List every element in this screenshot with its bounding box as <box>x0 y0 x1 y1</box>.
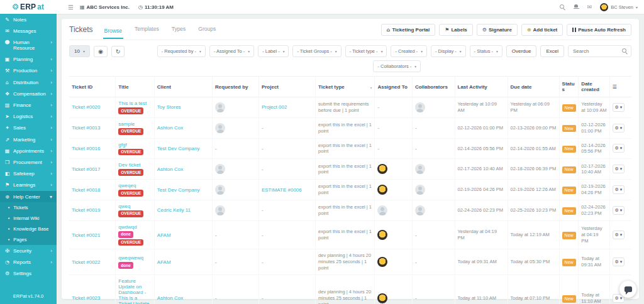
search-input[interactable] <box>572 46 622 57</box>
sidebar-item-marketing[interactable]: ⇗Marketing› <box>0 134 57 145</box>
sidebar-item-planning[interactable]: ▣Planning› <box>0 54 57 65</box>
hamburger-icon[interactable]: ☰ <box>68 4 74 11</box>
filter-status[interactable]: - Status -▾ <box>470 45 502 57</box>
sidebar-item-production[interactable]: ⚒Production› <box>0 65 57 77</box>
sidebar-item-logistics[interactable]: ➤Logistics› <box>0 111 57 122</box>
tab-templates[interactable]: Templates <box>133 23 160 36</box>
tab-browse[interactable]: Browse <box>103 25 123 39</box>
client-link[interactable]: AFAM <box>157 259 171 265</box>
sidebar-item-procurement[interactable]: ❒Procurement› <box>0 156 57 168</box>
row-actions-button[interactable]: ⚙ ▾ <box>613 144 625 153</box>
row-actions-button[interactable]: ⚙ ▾ <box>613 206 625 215</box>
ticket-id-link[interactable]: Ticket #0020 <box>72 104 101 110</box>
signature-button[interactable]: ⚙Signature <box>477 24 518 36</box>
sidebar-item-human-resource[interactable]: ☻Human Resource› <box>0 36 57 53</box>
col-assigned-to[interactable]: Assigned To <box>375 77 412 97</box>
row-actions-button[interactable]: ⚙ ▾ <box>613 185 625 194</box>
sidebar-item-help-center[interactable]: ⊕Help Center▾ <box>0 191 57 202</box>
user-menu[interactable]: BC Steven ▾ <box>600 3 638 11</box>
filter-ticket-type[interactable]: - Ticket type -▾ <box>345 45 387 57</box>
col-last-activity[interactable]: Last Activity <box>455 77 508 97</box>
row-actions-button[interactable]: ⚙ ▾ <box>613 165 625 173</box>
client-link[interactable]: Ashton Cox <box>157 295 183 301</box>
chat-fab-button[interactable] <box>619 281 636 298</box>
ticket-title-link[interactable]: qwdwqd <box>118 224 136 230</box>
sidebar-item-appointments[interactable]: ▦Appointments› <box>0 145 57 156</box>
add-ticket-button[interactable]: ⊕Add ticket <box>521 24 563 36</box>
sidebar-item-distribution[interactable]: ⌂Distribution› <box>0 77 57 88</box>
filter-ticket-groups[interactable]: - Ticket Groups -▾ <box>292 45 341 57</box>
ticket-id-link[interactable]: Ticket #0023 <box>72 295 101 301</box>
notifications-bell-icon[interactable] <box>574 4 579 10</box>
pause-auto-refresh-button[interactable]: Pause Auto Refresh <box>567 24 631 36</box>
client-link[interactable]: Cedric Kelly 11 <box>157 207 191 213</box>
client-link[interactable]: Ashton Cox <box>157 125 183 131</box>
col-project[interactable]: Project <box>258 77 315 97</box>
col-requested-by[interactable]: Requested by <box>213 77 259 97</box>
app-logo[interactable]: ❂ ERPat <box>0 3 57 11</box>
filter-requested-by[interactable]: - Requested by -▾ <box>157 45 206 57</box>
ticket-title-link[interactable]: This is a test <box>118 100 147 106</box>
client-link[interactable]: AFAM <box>157 232 171 238</box>
ticket-id-link[interactable]: Ticket #0016 <box>72 146 101 151</box>
ticket-id-link[interactable]: Ticket #0019 <box>72 207 101 213</box>
project-link[interactable]: ESTIMATE #0006 <box>262 187 302 193</box>
col-date-created[interactable]: Date created <box>579 77 609 97</box>
tab-types[interactable]: Types <box>170 23 187 36</box>
sidebar-item-safekeep[interactable]: ◧Safekeep› <box>0 168 57 180</box>
ticketing-portal-button[interactable]: ⌂Ticketing Portal <box>381 24 436 36</box>
filter-display[interactable]: - Display -▾ <box>431 45 466 57</box>
sidebar-item-pages[interactable]: •Pages <box>0 234 57 245</box>
tab-groups[interactable]: Groups <box>197 23 217 36</box>
filter-assigned-to[interactable]: - Assigned To -▾ <box>209 45 254 57</box>
filter-label[interactable]: - Label -▾ <box>258 45 289 57</box>
col-due-date[interactable]: Due date <box>508 77 559 97</box>
sidebar-item-finance[interactable]: ▥Finance› <box>0 100 57 111</box>
sidebar-item-learnings[interactable]: ⚑Learnings› <box>0 180 57 191</box>
filter-collaborators[interactable]: - Collaborators -▾ <box>373 60 421 72</box>
col-ticket-type[interactable]: Ticket type▾ <box>316 77 375 97</box>
ticket-title-link[interactable]: qweq <box>118 204 130 209</box>
ticket-title-link[interactable]: gfgf <box>118 142 126 148</box>
project-link[interactable]: Project 002 <box>262 104 287 110</box>
row-actions-button[interactable]: ⚙ ▾ <box>613 231 625 239</box>
col-client[interactable]: Client <box>154 77 212 97</box>
row-actions-button[interactable]: ⚙ ▾ <box>613 258 625 266</box>
ticket-id-link[interactable]: Ticket #0022 <box>72 259 101 265</box>
ticket-title-link[interactable]: qweqwewq <box>118 255 143 261</box>
ticket-title-link[interactable]: qweqeq <box>118 183 136 188</box>
sidebar-item-messages[interactable]: ✉Messages <box>0 25 57 36</box>
refresh-button[interactable]: ↻ <box>111 46 125 57</box>
sidebar-item-settings[interactable]: ⚙Settings <box>0 268 57 280</box>
column-settings[interactable]: ☰ <box>609 77 631 97</box>
col-status[interactable]: Status <box>559 77 579 97</box>
filter-created[interactable]: - Created -▾ <box>391 45 427 57</box>
page-size-select[interactable]: 10▾ <box>69 45 90 57</box>
ticket-id-link[interactable]: Ticket #0017 <box>72 166 101 172</box>
ticket-id-link[interactable]: Ticket #0021 <box>72 232 101 238</box>
sidebar-item-security[interactable]: ✠Security› <box>0 245 57 256</box>
client-link[interactable]: Toy Stores <box>157 104 181 110</box>
row-actions-button[interactable]: ⚙ ▾ <box>613 103 625 112</box>
sidebar-item-internal-wiki[interactable]: •Internal Wiki <box>0 213 57 224</box>
company-selector[interactable]: ▦ ABC Services Inc. <box>80 4 130 10</box>
sidebar-item-tickets[interactable]: •Tickets <box>0 202 57 213</box>
labels-button[interactable]: ⚑Labels <box>439 24 473 36</box>
excel-export-button[interactable]: Excel <box>540 45 564 57</box>
sidebar-item-sales[interactable]: ✦Sales› <box>0 122 57 134</box>
toggle-columns-eye-button[interactable]: ◉ <box>94 46 108 57</box>
ticket-title-link[interactable]: Dev ticket <box>118 162 140 168</box>
client-link[interactable]: Ashton Cox <box>157 166 183 172</box>
overdue-filter-button[interactable]: Overdue <box>506 45 537 57</box>
mail-icon[interactable]: ✉ <box>587 4 592 10</box>
ticket-title-link[interactable]: sample <box>118 121 135 127</box>
sidebar-item-reports[interactable]: ◔Reports› <box>0 256 57 268</box>
col-collaborators[interactable]: Collaborators <box>412 77 455 97</box>
ticket-title-link[interactable]: Feature Update on Dashboard - This is a … <box>118 278 149 304</box>
ticket-id-link[interactable]: Ticket #0018 <box>72 187 101 193</box>
row-actions-button[interactable]: ⚙ ▾ <box>613 124 625 133</box>
ticket-id-link[interactable]: Ticket #0013 <box>72 125 101 131</box>
col-ticket-id[interactable]: Ticket ID <box>69 77 116 97</box>
client-link[interactable]: Test Dev Company <box>157 187 200 193</box>
col-title[interactable]: Title <box>116 77 155 97</box>
